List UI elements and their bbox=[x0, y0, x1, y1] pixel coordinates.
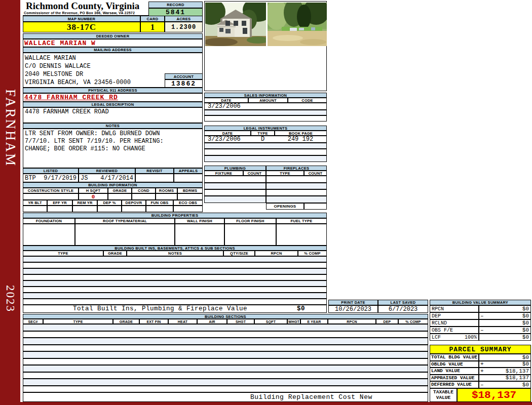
plumbing-col-count: COUNT bbox=[243, 171, 266, 176]
bs-col-whgt: WHGT bbox=[287, 319, 300, 324]
ps-label: LAND VALUE bbox=[430, 368, 479, 375]
acres-label: ACRES bbox=[165, 16, 203, 22]
bp-col-fuel-type: FUEL TYPE bbox=[276, 218, 327, 224]
bvs-label: OBS F/E bbox=[430, 327, 479, 334]
bs-col-air: AIR bbox=[197, 319, 227, 324]
col-yr-blt: YR BLT bbox=[23, 200, 47, 206]
bvs-amount: $0 bbox=[487, 306, 530, 312]
appeals-label: APPEALS bbox=[174, 168, 203, 174]
property-photo-field[interactable] bbox=[268, 3, 327, 46]
deeded-owner-value: WALLACE MARIAN W bbox=[23, 39, 203, 47]
fireplaces-title: FIREPLACES bbox=[266, 166, 327, 171]
dep-pct-value bbox=[97, 206, 122, 212]
bvs-amount: $0 bbox=[487, 334, 530, 340]
revisit-value bbox=[135, 174, 174, 182]
legal-instruments-title: LEGAL INSTRUMENTS bbox=[204, 126, 327, 131]
bp-col-wall-finish: WALL FINISH bbox=[175, 218, 224, 224]
fun-obs-value bbox=[146, 206, 173, 212]
ps-value: + $0 bbox=[479, 361, 531, 368]
built-ins-row bbox=[23, 280, 327, 287]
commissioner-line: Commissioner of the Revenue, PO Box 366,… bbox=[23, 11, 148, 15]
bvs-label-text: LCF bbox=[432, 335, 441, 340]
property-record-card: FARNHAM 2023 Richmond County, Virginia C… bbox=[0, 0, 532, 405]
legal-instrument-row bbox=[204, 149, 327, 155]
building-section-row bbox=[23, 338, 428, 345]
building-section-row bbox=[23, 379, 428, 386]
bs-col-type: TYPE bbox=[43, 319, 113, 324]
notes-block: LTR SENT FROM OWNER: DWLG BURNED DOWN 7/… bbox=[23, 129, 203, 168]
ps-op: – bbox=[479, 382, 487, 388]
built-ins-row bbox=[23, 299, 327, 305]
notes-line: CHANGE; BOE ORDER #115: NO CHANGE bbox=[25, 145, 202, 153]
deeded-owner-label: DEEDED OWNER bbox=[23, 33, 203, 39]
col-rooms: ROOMS bbox=[156, 188, 177, 193]
built-ins-row bbox=[23, 274, 327, 280]
sales-col-code: CODE bbox=[288, 98, 327, 103]
acres-value: 1.2300 bbox=[165, 22, 203, 32]
foundation-value bbox=[23, 224, 75, 246]
bs-col-heat: HEAT bbox=[168, 319, 197, 324]
col-hsqft: H SQFT bbox=[79, 188, 108, 193]
property-photo-house[interactable] bbox=[205, 3, 266, 46]
district-spine: FARNHAM 2023 bbox=[0, 0, 20, 405]
roof-value bbox=[75, 224, 175, 246]
legal-instrument-row bbox=[204, 143, 327, 149]
col-grade: GRADE bbox=[108, 188, 132, 193]
built-ins-total-label: Total Built Ins, Plumbing & Fireplace Va… bbox=[73, 305, 247, 312]
li-date: 3/23/2006 bbox=[205, 136, 251, 143]
ps-value: + $18,137 bbox=[479, 368, 531, 375]
plumbing-row bbox=[204, 176, 266, 183]
building-section-row bbox=[23, 324, 428, 331]
li-bookpage: 249 192 bbox=[275, 136, 326, 143]
building-information-title: BUILDING INFORMATION bbox=[23, 182, 203, 188]
card-value: 1 bbox=[140, 22, 165, 32]
building-section-row bbox=[23, 386, 428, 393]
ps-value: $18,137 bbox=[479, 375, 531, 382]
openings-value bbox=[304, 203, 327, 210]
sales-col-amount: AMOUNT bbox=[248, 98, 288, 103]
ps-value: $0 bbox=[479, 354, 531, 361]
built-ins-row bbox=[23, 268, 327, 274]
plumbing-col-fixture: FIXTURE bbox=[204, 171, 243, 176]
li-type: D bbox=[251, 136, 275, 143]
built-ins-title: BUILDING BUILT INS, BASEMENTS, ATTICS & … bbox=[23, 246, 327, 251]
reviewed-value: JS 4/17/2014 bbox=[79, 174, 135, 182]
bp-col-foundation: FOUNDATION bbox=[23, 218, 75, 224]
building-section-row bbox=[23, 365, 428, 372]
built-ins-total-row: Total Built Ins, Plumbing & Fireplace Va… bbox=[23, 305, 327, 313]
bvs-op: – bbox=[479, 327, 487, 333]
bs-col-shgt: SHGT bbox=[227, 319, 254, 324]
bvs-pct: 100% bbox=[465, 335, 477, 340]
bs-col-grade: GRADE bbox=[113, 319, 139, 324]
col-bdrms: BDRMS bbox=[177, 188, 203, 193]
building-section-row bbox=[23, 372, 428, 379]
ps-amount: $0 bbox=[487, 361, 530, 367]
bvs-op: – bbox=[479, 313, 487, 319]
col-fun-obs: FUN OBS bbox=[146, 200, 173, 206]
listed-date: 9/17/2019 bbox=[44, 175, 77, 182]
building-value-summary-title: BUILDING VALUE SUMMARY bbox=[430, 300, 531, 305]
parcel-summary-title: PARCEL SUMMARY bbox=[430, 345, 531, 354]
col-eco-obs: ECO OBS bbox=[173, 200, 203, 206]
ps-value: – $0 bbox=[479, 381, 531, 388]
taxable-value-amount: $18,137 bbox=[457, 388, 531, 402]
bi-col-rpcn: RPCN bbox=[255, 251, 298, 256]
print-date-label: PRINT DATE bbox=[328, 300, 378, 305]
taxable-value-label: TAXABLE VALUE bbox=[430, 388, 457, 402]
bdrms-value bbox=[177, 193, 203, 200]
li-col-date: DATE bbox=[204, 131, 251, 136]
page-title: Richmond County, Virginia bbox=[23, 1, 148, 11]
ps-label: OBLDG VALUE bbox=[430, 361, 479, 368]
bvs-value: – $0 bbox=[479, 312, 531, 319]
bvs-label-text: RCLND bbox=[432, 320, 447, 326]
built-ins-row bbox=[23, 256, 327, 262]
col-rem-yr: REM YR bbox=[72, 200, 97, 206]
bs-col-sec: SEC# bbox=[23, 319, 43, 324]
bs-col-sqft: SQFT bbox=[254, 319, 287, 324]
building-section-row bbox=[23, 331, 428, 338]
mailing-line: C/O DENNIS WALLACE bbox=[25, 62, 202, 70]
plumbing-row bbox=[204, 183, 266, 189]
fuel-type-value bbox=[276, 224, 327, 246]
fireplaces-col-type: TYPE bbox=[266, 171, 304, 176]
sale-date: 3/23/2006 bbox=[208, 103, 241, 110]
